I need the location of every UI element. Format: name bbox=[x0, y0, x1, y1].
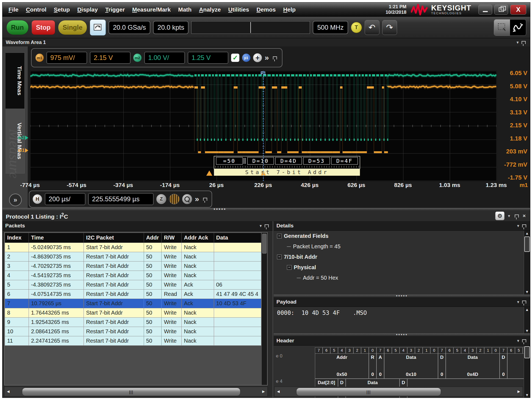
column-header[interactable]: R/W bbox=[162, 233, 182, 243]
packets-dropdown-icon[interactable]: ▼ bbox=[259, 224, 262, 228]
payload-pin-icon[interactable] bbox=[522, 301, 526, 304]
scroll-down-icon[interactable]: ▼ bbox=[526, 329, 528, 333]
m1-scale-field[interactable]: 975 mV/ bbox=[46, 52, 87, 64]
m1-ground-marker[interactable]: m1 bbox=[18, 148, 28, 153]
scrollbar-thumb[interactable]: ||| bbox=[296, 388, 441, 396]
header-dropdown-icon[interactable]: ▼ bbox=[516, 339, 520, 343]
scrollbar-thumb[interactable] bbox=[524, 346, 530, 358]
column-header[interactable]: Index bbox=[5, 233, 29, 243]
packet-row[interactable]: 2-4.86390735 msRestart 7-bit Addr50Write… bbox=[5, 252, 261, 262]
payload-header-splitter[interactable]: ••••• bbox=[274, 333, 530, 336]
packet-row[interactable]: 3-4.70292735 msRestart 7-bit Addr50Write… bbox=[5, 262, 261, 271]
packet-row[interactable]: 6-4.07514735 msRestart 7-bit Addr50ReadA… bbox=[5, 290, 261, 299]
column-header[interactable]: Addr bbox=[144, 233, 162, 243]
zoom-mode-button[interactable]: Z bbox=[156, 194, 166, 204]
channel-bar-pin-icon[interactable] bbox=[273, 56, 277, 59]
tree-item[interactable]: ─Addr = 50 Hex bbox=[274, 273, 530, 283]
packet-row[interactable]: 81.76443265 msStart 7-bit Addr50WriteNac… bbox=[5, 308, 261, 318]
add-measurement-button[interactable]: + bbox=[253, 53, 262, 62]
menu-control[interactable]: Control bbox=[26, 6, 46, 13]
menu-file[interactable]: File bbox=[9, 6, 18, 13]
scroll-down-icon[interactable]: ▼ bbox=[525, 290, 529, 294]
packet-row[interactable]: 91.92543265 msRestart 7-bit Addr50WriteN… bbox=[5, 318, 261, 327]
p1-visible-checkbox[interactable]: ✓ bbox=[231, 54, 239, 62]
packets-horizontal-scrollbar[interactable]: ◄ ||| ► bbox=[4, 387, 268, 397]
collapse-icon[interactable]: − bbox=[277, 255, 282, 259]
packet-row[interactable]: 5-4.38092735 msRestart 7-bit Addr50Write… bbox=[5, 280, 261, 290]
packet-row[interactable]: 102.08641265 msRestart 7-bit Addr50Write… bbox=[5, 327, 261, 336]
menu-analyze[interactable]: Analyze bbox=[199, 6, 221, 13]
minimize-button[interactable] bbox=[478, 5, 492, 15]
scroll-left-icon[interactable]: ◄ bbox=[275, 389, 282, 394]
timebase-position-field[interactable]: 225.5555499 µs bbox=[88, 193, 154, 205]
more-controls-icon[interactable]: » bbox=[265, 54, 269, 62]
packets-pin-icon[interactable] bbox=[265, 224, 269, 227]
packet-row[interactable]: 710.79265 µsStart 7-bit Addr50WriteAck10… bbox=[5, 299, 261, 308]
menu-trigger[interactable]: Trigger bbox=[105, 6, 125, 13]
search-button[interactable] bbox=[182, 194, 192, 204]
undo-button[interactable]: ↶ bbox=[365, 20, 379, 35]
horizontal-badge[interactable]: H bbox=[33, 194, 42, 204]
window-splitter[interactable]: ••••• bbox=[2, 208, 530, 211]
restore-button[interactable] bbox=[494, 5, 508, 15]
waveform-plot[interactable]: =50D=10D=4DD=53D=4FStart 7-bit AddrP1 bbox=[30, 71, 497, 181]
packet-row[interactable]: 4-4.54192735 msRestart 7-bit Addr50Write… bbox=[5, 271, 261, 280]
scroll-right-icon[interactable]: ► bbox=[515, 389, 523, 394]
packet-row[interactable]: 112.24741265 msRestart 7-bit Addr50Write… bbox=[5, 336, 261, 346]
packet-row[interactable]: 1-5.02490735 msStart 7-bit Addr50WriteNa… bbox=[5, 243, 261, 252]
protocol-pin-icon[interactable] bbox=[515, 214, 519, 218]
column-header[interactable]: Time bbox=[29, 233, 84, 243]
timebase-scale-field[interactable]: 200 µs/ bbox=[45, 193, 85, 205]
single-button[interactable]: Single bbox=[58, 20, 87, 35]
tree-item[interactable]: ─Packet Length = 45 bbox=[274, 241, 530, 252]
column-header[interactable]: Addr Ack bbox=[182, 233, 214, 243]
scroll-down-icon[interactable]: ▼ bbox=[525, 393, 529, 397]
scroll-right-icon[interactable]: ► bbox=[260, 389, 267, 394]
bandwidth-field[interactable]: 500 MHz bbox=[313, 21, 348, 34]
details-vertical-scrollbar[interactable]: ▲▼ bbox=[524, 231, 530, 295]
close-button[interactable]: X bbox=[510, 5, 526, 15]
more-horizontal-controls-icon[interactable]: » bbox=[195, 195, 199, 203]
menu-demos[interactable]: Demos bbox=[256, 6, 276, 13]
p1-cursor-badge[interactable]: p1 bbox=[242, 54, 250, 62]
details-pin-icon[interactable] bbox=[522, 224, 526, 227]
tree-item[interactable]: −7/10-bit Addr bbox=[274, 252, 530, 262]
sample-rate-field[interactable]: 20.0 GSa/s bbox=[109, 21, 150, 34]
protocol-close-icon[interactable]: × bbox=[522, 213, 527, 219]
scroll-left-icon[interactable]: ◄ bbox=[4, 389, 12, 394]
run-button[interactable]: Run bbox=[6, 20, 29, 35]
m2-channel-badge[interactable]: m2 bbox=[133, 54, 142, 62]
scrollbar-thumb[interactable]: ||| bbox=[22, 388, 240, 396]
menu-display[interactable]: Display bbox=[77, 6, 98, 13]
details-payload-splitter[interactable]: ••••• bbox=[274, 295, 530, 297]
header-horizontal-scrollbar[interactable]: ◄ ||| ► bbox=[274, 387, 523, 397]
tree-item[interactable]: −Physical bbox=[274, 262, 530, 273]
tab-time-meas[interactable]: Time Meas bbox=[5, 53, 25, 109]
hbar-pin-icon[interactable] bbox=[203, 198, 207, 201]
payload-dropdown-icon[interactable]: ▼ bbox=[516, 300, 520, 304]
header-vertical-scrollbar[interactable]: ▼ bbox=[524, 346, 530, 398]
touch-button[interactable] bbox=[90, 20, 106, 35]
waveform-area-pin-icon[interactable] bbox=[522, 41, 526, 44]
details-dropdown-icon[interactable]: ▼ bbox=[516, 224, 520, 228]
tab-strip-expand-button[interactable]: » bbox=[9, 194, 22, 206]
payload-vertical-scrollbar[interactable]: ▲▼ bbox=[524, 307, 530, 333]
waveform-mode-button[interactable] bbox=[510, 20, 526, 35]
menu-math[interactable]: Math bbox=[178, 6, 192, 13]
trigger-status-field[interactable] bbox=[191, 21, 310, 34]
m2-ground-marker[interactable]: m2 bbox=[18, 135, 28, 141]
timebase-reference-button[interactable] bbox=[169, 194, 179, 204]
menu-setup[interactable]: Setup bbox=[54, 6, 70, 13]
collapse-icon[interactable]: − bbox=[277, 234, 282, 238]
trigger-badge[interactable]: T bbox=[351, 22, 362, 33]
grid-mode-button[interactable] bbox=[494, 20, 510, 35]
stop-button[interactable]: Stop bbox=[31, 20, 55, 35]
menu-measure-mark[interactable]: Measure/Mark bbox=[132, 6, 171, 13]
protocol-dropdown-icon[interactable]: ▼ bbox=[507, 214, 511, 218]
scrollbar-thumb[interactable] bbox=[262, 234, 267, 254]
m2-offset-field[interactable]: 1.25 V bbox=[188, 52, 228, 64]
m2-scale-field[interactable]: 1.00 V/ bbox=[144, 52, 185, 64]
menu-utilities[interactable]: Utilities bbox=[228, 6, 249, 13]
collapse-icon[interactable]: − bbox=[287, 265, 292, 270]
protocol-settings-button[interactable]: ⚙ bbox=[495, 211, 505, 220]
